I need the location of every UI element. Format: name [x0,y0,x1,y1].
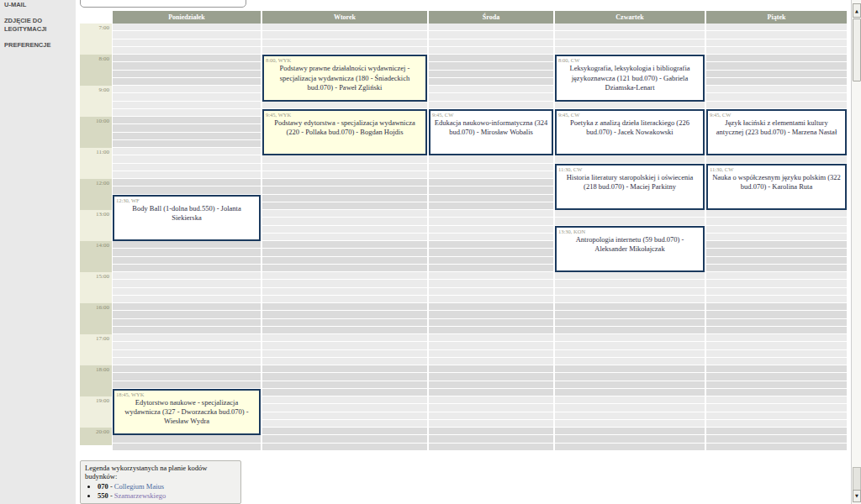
grid-quarter-row [555,280,705,287]
grid-hour-band [555,396,705,428]
grid-hour-band [262,428,427,451]
grid-quarter-row [706,31,847,39]
grid-quarter-row [262,296,427,303]
grid-quarter-row [429,311,553,318]
grid-hour-band [113,272,261,303]
grid-quarter-row [113,124,261,132]
course-block-10[interactable]: 11:30, CWNauka o współczesnym języku pol… [706,164,847,211]
grid-quarter-row [113,186,261,194]
grid-quarter-row [706,71,847,78]
day-column-4 [706,24,847,451]
grid-quarter-row [429,218,553,225]
course-time-type: 18:45, WYK [114,391,259,397]
grid-quarter-row [429,186,553,194]
time-label-cell: 16:00 [80,303,112,334]
grid-quarter-row [429,319,553,327]
sidebar-item-0[interactable]: U-MAIL [4,1,63,9]
grid-quarter-row [555,342,705,349]
grid-quarter-row [555,218,705,225]
course-block-5[interactable]: 8:00, CWLeksykografia, leksykologia i bi… [555,55,705,102]
building-link[interactable]: Collegium Maius [114,482,164,491]
grid-quarter-row [706,381,847,389]
grid-quarter-row [706,78,847,86]
grid-quarter-row [429,226,553,234]
building-link[interactable]: Szamarzewskiego [114,491,166,500]
grid-quarter-row [262,171,427,179]
course-block-1[interactable]: 18:45, WYKEdytorstwo naukowe - specjaliz… [113,389,261,436]
course-time-type: 11:30, CW [708,165,845,172]
grid-quarter-row [262,31,427,39]
grid-quarter-row [113,342,261,349]
grid-quarter-row [555,358,705,365]
grid-quarter-row [113,155,261,163]
grid-quarter-row [113,31,261,39]
grid-quarter-row [706,47,847,55]
scrollbar-thumb[interactable] [853,18,861,81]
course-block-6[interactable]: 9:45, CWPoetyka z analizą dzieła literac… [555,109,705,156]
grid-hour-band [262,24,427,55]
grid-hour-band [706,272,847,303]
course-title: Leksykografia, leksykologia i bibliograf… [557,63,703,92]
course-block-8[interactable]: 13:30, KONAntropologia internetu (59 bud… [555,226,705,273]
grid-quarter-row [113,296,261,303]
scroll-down-icon[interactable]: ▼ [853,490,861,502]
vertical-scrollbar[interactable]: ▲ ▼ [851,0,861,504]
grid-quarter-row [262,226,427,234]
grid-quarter-row [555,47,705,55]
grid-quarter-row [429,303,553,311]
scroll-up-icon[interactable]: ▲ [853,3,861,18]
grid-quarter-row [262,234,427,241]
grid-quarter-row [113,358,261,365]
grid-quarter-row [429,234,553,241]
sidebar-item-1[interactable]: ZDJĘCIE DO LEGITYMACJI [4,17,63,34]
grid-quarter-row [429,272,553,280]
course-block-0[interactable]: 12:30, WFBody Ball (1-dolna bud.550) - J… [113,195,261,242]
grid-quarter-row [706,257,847,265]
grid-quarter-row [429,31,553,39]
time-label-cell: 9:00 [80,86,112,117]
grid-hour-band [706,24,847,55]
grid-quarter-row [706,428,847,435]
grid-quarter-row [429,164,553,171]
grid-quarter-row [555,303,705,311]
grid-quarter-row [429,179,553,186]
grid-quarter-row [262,342,427,349]
grid-quarter-row [706,404,847,412]
grid-quarter-row [555,428,705,435]
grid-quarter-row [113,303,261,311]
scrollbar-track-segment [853,467,861,491]
grid-quarter-row [262,381,427,389]
day-column-2 [429,24,553,451]
course-time-type: 8:00, CW [557,56,703,63]
grid-quarter-row [706,62,847,70]
course-block-3[interactable]: 9:45, WYKPodstawy edytorstwa - specjaliz… [262,109,427,156]
course-title: Nauka o współczesnym języku polskim (322… [708,172,845,192]
grid-quarter-row [113,148,261,155]
grid-quarter-row [262,365,427,373]
grid-quarter-row [262,303,427,311]
grid-quarter-row [555,412,705,420]
grid-quarter-row [706,358,847,365]
course-block-7[interactable]: 11:30, CWHistoria literatury staropolski… [555,164,705,211]
grid-hour-band [113,303,261,334]
grid-quarter-row [706,396,847,404]
sidebar-item-2[interactable]: PREFERENCJE [4,41,63,50]
grid-quarter-row [706,241,847,249]
grid-hour-band [262,241,427,272]
course-block-2[interactable]: 8:00, WYKPodstawy prawne działalności wy… [262,55,427,102]
time-label-cell: 15:00 [80,272,112,303]
grid-hour-band [555,365,705,396]
grid-quarter-row [262,350,427,358]
grid-quarter-row [113,71,261,78]
grid-quarter-row [113,365,261,373]
grid-hour-band [555,334,705,365]
grid-quarter-row [113,102,261,109]
grid-quarter-row [706,319,847,327]
course-time-type: 9:45, CW [430,111,552,118]
time-label-cell: 14:00 [80,241,112,272]
grid-quarter-row [706,311,847,318]
course-block-9[interactable]: 9:45, CWJęzyk łaciński z elementami kult… [706,109,847,156]
grid-quarter-row [262,396,427,404]
grid-quarter-row [706,155,847,163]
course-block-4[interactable]: 9:45, CWEdukacja naukowo-informatyczna (… [429,109,553,156]
